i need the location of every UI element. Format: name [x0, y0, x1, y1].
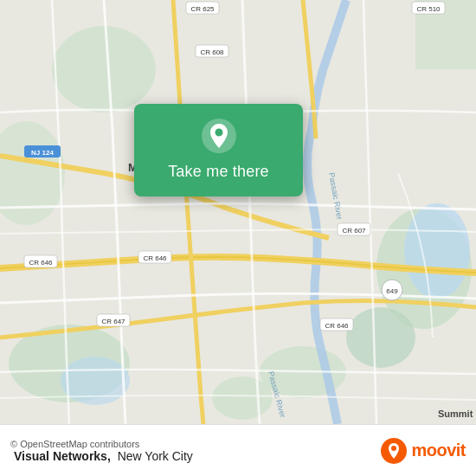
svg-text:CR 510: CR 510: [416, 5, 441, 13]
map-area: NJ 124 CR 625 CR 608 CR 510 CR 607 CR 64…: [0, 0, 476, 424]
svg-text:Summit: Summit: [438, 408, 473, 419]
moovit-logo: moovit: [380, 437, 466, 465]
svg-text:649: 649: [386, 287, 398, 295]
svg-text:CR 647: CR 647: [101, 318, 125, 325]
svg-text:CR 608: CR 608: [200, 48, 224, 56]
svg-point-6: [52, 26, 156, 113]
map-svg: NJ 124 CR 625 CR 608 CR 510 CR 607 CR 64…: [0, 0, 476, 424]
svg-point-3: [346, 307, 415, 368]
place-name: Visual Networks, New York City: [14, 449, 193, 463]
svg-point-10: [61, 357, 130, 405]
place-city-text: New York City: [118, 449, 193, 463]
place-name-text: Visual Networks,: [14, 449, 111, 463]
svg-text:CR 646: CR 646: [29, 259, 53, 267]
svg-text:NJ 124: NJ 124: [31, 149, 54, 157]
place-info: Visual Networks, New York City: [14, 449, 380, 463]
svg-point-4: [212, 376, 273, 420]
take-me-there-label: Take me there: [168, 163, 269, 181]
svg-text:CR 607: CR 607: [342, 227, 366, 235]
moovit-text: moovit: [411, 441, 466, 460]
location-pin-icon: [201, 118, 237, 154]
bottom-bar: © OpenStreetMap contributors Visual Netw…: [0, 424, 476, 476]
moovit-brand-icon: [380, 437, 408, 465]
svg-point-38: [391, 446, 396, 451]
take-me-there-popup[interactable]: Take me there: [134, 104, 303, 196]
svg-point-36: [215, 129, 222, 137]
svg-text:CR 646: CR 646: [143, 254, 167, 262]
svg-text:CR 646: CR 646: [325, 322, 349, 330]
attribution-text: © OpenStreetMap contributors: [10, 439, 380, 449]
svg-text:CR 625: CR 625: [190, 5, 215, 13]
